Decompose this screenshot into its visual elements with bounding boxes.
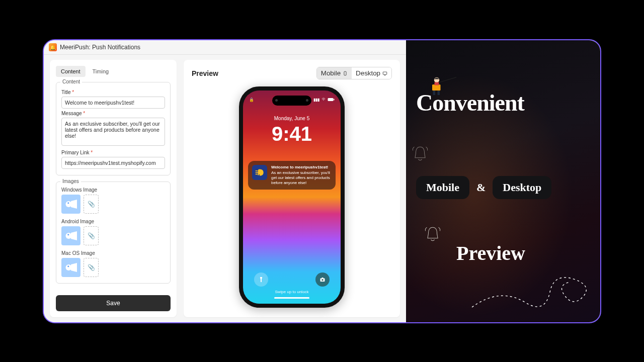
svg-line-22 [440,76,456,82]
attachment-icon: 📎 [88,201,95,208]
svg-rect-10 [383,72,387,74]
lock-buttons [243,273,341,287]
pill-mobile: Mobile [416,176,469,199]
android-image-thumb[interactable] [61,226,80,245]
app-window: 🔔 MeeriPush: Push Notifications Content … [43,39,601,323]
images-row: Windows Image 📎 Android [61,187,165,277]
required-mark: * [83,111,85,116]
phone-preview-wrap: 🔒 ▮▮▮ Monday, Ju [192,83,392,310]
monitor-icon [382,71,387,76]
toggle-mobile[interactable]: Mobile [317,67,352,79]
svg-marker-4 [71,231,77,240]
macos-image-group: Mac OS Image 📎 [61,250,112,277]
notification-title: Welcome to meeripushv1test! [271,165,332,170]
android-image-upload[interactable]: 📎 [84,226,99,245]
required-mark: * [72,89,74,95]
marketing-panel: Convenient Mobile & Desktop Preview [406,40,600,322]
island-dot [306,99,308,102]
form-panel: Content Timing Content Title * Message *… [50,60,177,317]
preview-panel: Preview Mobile Desktop [184,60,400,317]
android-image-label: Android Image [61,219,112,224]
macos-image-upload[interactable]: 📎 [84,258,99,277]
message-input[interactable]: As an exclusive subscriber, you'll get o… [61,118,165,146]
app-title: MeeriPush: Push Notifications [60,44,140,51]
images-fieldset: Images Windows Image 📎 [56,182,171,284]
signal-icon: ▮▮▮ [313,98,319,102]
images-legend: Images [60,178,81,184]
phone-icon [343,71,348,76]
macos-image-thumb[interactable] [61,258,80,277]
flashlight-icon [258,277,264,283]
required-mark: * [91,150,93,155]
battery-icon [328,98,335,102]
marketing-headline: Convenient [416,89,595,116]
notification-app-icon [252,165,267,180]
form-tabs: Content Timing [56,66,171,77]
bell-icon [421,224,444,247]
lock-footer: Swipe up to unlock [243,273,341,299]
windows-image-upload[interactable]: 📎 [84,195,99,214]
swipe-text: Swipe up to unlock [275,290,308,294]
title-label: Title * [61,89,165,95]
phone-frame: 🔒 ▮▮▮ Monday, Ju [239,86,345,308]
wifi-icon [321,98,326,102]
lock-time: 9:41 [243,123,341,145]
flashlight-button[interactable] [254,273,268,287]
content-legend: Content [60,79,82,84]
content-fieldset: Content Title * Message * As an exclusiv… [56,82,171,175]
svg-point-3 [66,233,72,239]
windows-image-group: Windows Image 📎 [61,187,112,214]
svg-point-0 [66,201,72,207]
app-icon: 🔔 [49,43,57,51]
save-button[interactable]: Save [56,295,171,311]
svg-marker-1 [71,200,77,209]
lock-icon: 🔒 [249,98,254,102]
notification-body: As an exclusive subscriber, you'll get o… [271,170,332,186]
home-indicator [274,297,309,299]
toggle-desktop[interactable]: Desktop [352,67,391,79]
svg-point-8 [67,265,69,267]
pill-desktop: Desktop [493,176,551,199]
svg-point-15 [321,279,324,281]
notification-card: Welcome to meeripushv1test! As an exclus… [248,161,336,190]
svg-point-2 [67,202,69,204]
windows-image-thumb[interactable] [61,195,80,214]
preview-title: Preview [192,69,218,77]
tab-timing[interactable]: Timing [88,66,114,77]
tab-content[interactable]: Content [56,66,86,77]
svg-marker-7 [71,263,77,272]
link-label: Primary Link * [61,150,165,155]
camera-button[interactable] [315,273,330,287]
svg-rect-12 [328,98,334,101]
title-input[interactable] [61,97,165,109]
macos-image-label: Mac OS Image [61,250,112,256]
windows-image-label: Windows Image [61,187,112,193]
scribble-decoration [469,257,600,317]
app-body: Content Timing Content Title * Message *… [44,55,406,322]
svg-point-6 [66,264,72,270]
phone-screen: 🔒 ▮▮▮ Monday, Ju [243,90,341,304]
status-right: ▮▮▮ [313,98,335,102]
device-toggle: Mobile Desktop [316,67,392,79]
notification-text: Welcome to meeripushv1test! As an exclus… [271,165,332,186]
svg-rect-19 [435,82,439,85]
svg-rect-16 [322,278,324,279]
lock-date: Monday, June 5 [243,116,341,121]
svg-rect-13 [334,99,335,101]
message-label: Message * [61,111,165,116]
svg-point-5 [67,234,69,235]
pill-row: Mobile & Desktop [416,176,595,199]
android-image-group: Android Image 📎 [61,219,112,245]
link-input[interactable] [61,157,165,169]
preview-header: Preview Mobile Desktop [192,67,392,79]
attachment-icon: 📎 [88,264,95,271]
attachment-icon: 📎 [88,232,95,239]
dynamic-island [272,96,311,106]
island-dot [275,99,278,102]
titlebar: 🔔 MeeriPush: Push Notifications [44,40,406,55]
camera-icon [319,277,326,283]
bell-icon [409,143,432,166]
app-area: 🔔 MeeriPush: Push Notifications Content … [44,40,406,322]
ampersand: & [476,181,486,194]
svg-rect-9 [344,71,346,75]
